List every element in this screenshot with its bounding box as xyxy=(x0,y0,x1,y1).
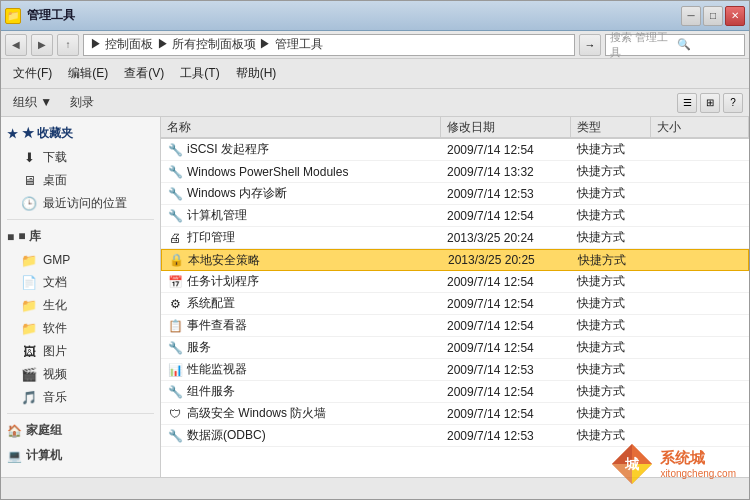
close-button[interactable]: ✕ xyxy=(725,6,745,26)
file-name: 打印管理 xyxy=(187,229,235,246)
menu-file[interactable]: 文件(F) xyxy=(7,63,58,84)
file-icon: 🔧 xyxy=(167,164,183,180)
computer-label: 计算机 xyxy=(26,447,62,464)
sidebar-divider-1 xyxy=(7,219,154,220)
address-path[interactable]: ▶ 控制面板 ▶ 所有控制面板项 ▶ 管理工具 xyxy=(83,34,575,56)
sidebar-item-docs[interactable]: 📄 文档 xyxy=(1,271,160,294)
table-row[interactable]: 🛡 高级安全 Windows 防火墙 2009/7/14 12:54 快捷方式 xyxy=(161,403,749,425)
menu-help[interactable]: 帮助(H) xyxy=(230,63,283,84)
file-icon: 🔧 xyxy=(167,428,183,444)
sidebar-item-videos[interactable]: 🎬 视频 xyxy=(1,363,160,386)
file-date-cell: 2009/7/14 12:54 xyxy=(441,319,571,333)
sidebar-item-gmp[interactable]: 📁 GMP xyxy=(1,249,160,271)
library-section-header[interactable]: ■ ■ 库 xyxy=(1,224,160,249)
file-date-cell: 2013/3/25 20:24 xyxy=(441,231,571,245)
sidebar-item-download[interactable]: ⬇ 下载 xyxy=(1,146,160,169)
file-list-container: 名称 修改日期 类型 大小 🔧 iSCSI 发起程序 2009/7/14 12:… xyxy=(161,117,749,477)
file-type-cell: 快捷方式 xyxy=(571,229,651,246)
file-type-cell: 快捷方式 xyxy=(571,383,651,400)
file-name: 系统配置 xyxy=(187,295,235,312)
engrave-button[interactable]: 刻录 xyxy=(64,92,100,113)
file-name-cell: 📋 事件查看器 xyxy=(161,317,441,334)
file-type-cell: 快捷方式 xyxy=(571,427,651,444)
file-icon: 🔧 xyxy=(167,186,183,202)
menu-tools[interactable]: 工具(T) xyxy=(174,63,225,84)
address-bar: ◀ ▶ ↑ ▶ 控制面板 ▶ 所有控制面板项 ▶ 管理工具 → 搜索 管理工具 … xyxy=(1,31,749,59)
table-row[interactable]: 🔒 本地安全策略 2013/3/25 20:25 快捷方式 xyxy=(161,249,749,271)
homegroup-icon: 🏠 xyxy=(7,424,22,438)
table-row[interactable]: 🔧 Windows 内存诊断 2009/7/14 12:53 快捷方式 xyxy=(161,183,749,205)
table-row[interactable]: 📋 事件查看器 2009/7/14 12:54 快捷方式 xyxy=(161,315,749,337)
homegroup-section-header[interactable]: 🏠 家庭组 xyxy=(1,418,160,443)
col-header-name[interactable]: 名称 xyxy=(161,117,441,137)
computer-section-header[interactable]: 💻 计算机 xyxy=(1,443,160,468)
sidebar-item-software[interactable]: 📁 软件 xyxy=(1,317,160,340)
up-button[interactable]: ↑ xyxy=(57,34,79,56)
maximize-button[interactable]: □ xyxy=(703,6,723,26)
sidebar-item-biochem-label: 生化 xyxy=(43,297,67,314)
file-name-cell: 🖨 打印管理 xyxy=(161,229,441,246)
table-row[interactable]: 🔧 组件服务 2009/7/14 12:54 快捷方式 xyxy=(161,381,749,403)
col-header-date[interactable]: 修改日期 xyxy=(441,117,571,137)
view-list-button[interactable]: ☰ xyxy=(677,93,697,113)
menu-edit[interactable]: 编辑(E) xyxy=(62,63,114,84)
file-type-cell: 快捷方式 xyxy=(572,252,652,269)
file-name-cell: 🔧 计算机管理 xyxy=(161,207,441,224)
sidebar-item-recent[interactable]: 🕒 最近访问的位置 xyxy=(1,192,160,215)
search-box[interactable]: 搜索 管理工具 🔍 xyxy=(605,34,745,56)
table-row[interactable]: ⚙ 系统配置 2009/7/14 12:54 快捷方式 xyxy=(161,293,749,315)
file-date-cell: 2009/7/14 12:53 xyxy=(441,429,571,443)
file-name: 任务计划程序 xyxy=(187,273,259,290)
file-icon: 🔧 xyxy=(167,340,183,356)
file-name-cell: 🛡 高级安全 Windows 防火墙 xyxy=(161,405,441,422)
back-button[interactable]: ◀ xyxy=(5,34,27,56)
library-icon: ■ xyxy=(7,230,14,244)
file-name: 事件查看器 xyxy=(187,317,247,334)
search-icon: 🔍 xyxy=(677,38,740,51)
file-name-cell: 🔧 Windows PowerShell Modules xyxy=(161,164,441,180)
table-row[interactable]: 🔧 Windows PowerShell Modules 2009/7/14 1… xyxy=(161,161,749,183)
file-name: iSCSI 发起程序 xyxy=(187,141,269,158)
file-name: 性能监视器 xyxy=(187,361,247,378)
file-icon: 🔧 xyxy=(167,142,183,158)
table-row[interactable]: 📅 任务计划程序 2009/7/14 12:54 快捷方式 xyxy=(161,271,749,293)
status-bar xyxy=(1,477,749,499)
sidebar: ★ ★ 收藏夹 ⬇ 下载 🖥 桌面 🕒 最近访问的位置 ■ ■ 库 📁 xyxy=(1,117,161,477)
forward-button[interactable]: ▶ xyxy=(31,34,53,56)
file-name-cell: 🔧 iSCSI 发起程序 xyxy=(161,141,441,158)
sidebar-item-gmp-label: GMP xyxy=(43,253,70,267)
file-icon: 🖨 xyxy=(167,230,183,246)
biochem-icon: 📁 xyxy=(21,298,37,314)
sidebar-item-desktop[interactable]: 🖥 桌面 xyxy=(1,169,160,192)
file-icon: 🛡 xyxy=(167,406,183,422)
table-row[interactable]: 🖨 打印管理 2013/3/25 20:24 快捷方式 xyxy=(161,227,749,249)
table-row[interactable]: 🔧 计算机管理 2009/7/14 12:54 快捷方式 xyxy=(161,205,749,227)
help-button[interactable]: ? xyxy=(723,93,743,113)
view-icon-button[interactable]: ⊞ xyxy=(700,93,720,113)
table-row[interactable]: 🔧 数据源(ODBC) 2009/7/14 12:53 快捷方式 xyxy=(161,425,749,447)
table-row[interactable]: 📊 性能监视器 2009/7/14 12:53 快捷方式 xyxy=(161,359,749,381)
sidebar-item-music[interactable]: 🎵 音乐 xyxy=(1,386,160,409)
window-icon: 📁 xyxy=(5,8,21,24)
sidebar-item-music-label: 音乐 xyxy=(43,389,67,406)
file-name-cell: 🔒 本地安全策略 xyxy=(162,252,442,269)
organize-button[interactable]: 组织 ▼ xyxy=(7,92,58,113)
menu-view[interactable]: 查看(V) xyxy=(118,63,170,84)
sidebar-item-pictures[interactable]: 🖼 图片 xyxy=(1,340,160,363)
file-type-cell: 快捷方式 xyxy=(571,317,651,334)
minimize-button[interactable]: ─ xyxy=(681,6,701,26)
file-icon: 🔒 xyxy=(168,252,184,268)
col-header-size[interactable]: 大小 xyxy=(651,117,749,137)
sidebar-item-biochem[interactable]: 📁 生化 xyxy=(1,294,160,317)
homegroup-label: 家庭组 xyxy=(26,422,62,439)
address-go-button[interactable]: → xyxy=(579,34,601,56)
file-date-cell: 2013/3/25 20:25 xyxy=(442,253,572,267)
favorites-section-header[interactable]: ★ ★ 收藏夹 xyxy=(1,121,160,146)
col-header-type[interactable]: 类型 xyxy=(571,117,651,137)
file-type-cell: 快捷方式 xyxy=(571,405,651,422)
file-icon: 📋 xyxy=(167,318,183,334)
file-icon: 📊 xyxy=(167,362,183,378)
computer-icon: 💻 xyxy=(7,449,22,463)
table-row[interactable]: 🔧 服务 2009/7/14 12:54 快捷方式 xyxy=(161,337,749,359)
table-row[interactable]: 🔧 iSCSI 发起程序 2009/7/14 12:54 快捷方式 xyxy=(161,139,749,161)
